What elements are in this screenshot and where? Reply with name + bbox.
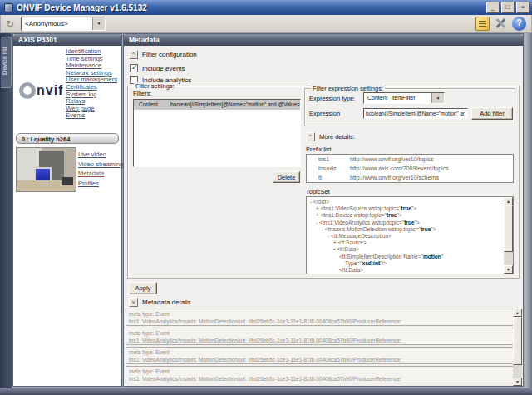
metadata-entry: meta type: Event tns1: VideoAnalytics/tn… bbox=[126, 347, 515, 364]
stream-links: Live video Video streaming Metadata Prof… bbox=[78, 150, 123, 188]
stream-link[interactable]: Live video bbox=[78, 150, 123, 160]
app-icon bbox=[4, 3, 13, 12]
more-details-toggle[interactable]: ^ More details: bbox=[306, 132, 355, 141]
help-about-icon[interactable]: ? bbox=[512, 17, 526, 31]
topicset-scrollbar[interactable]: ▲ ▼ bbox=[504, 197, 513, 274]
maximize-button[interactable]: □ bbox=[501, 2, 515, 13]
page-title: Metadata bbox=[124, 34, 523, 46]
topicset-line[interactable]: + <tns1:Device wstop:topic="true"> bbox=[308, 212, 503, 219]
metadata-panel: Metadata ^ Filter configuration Include … bbox=[123, 33, 524, 387]
account-selector[interactable]: <Anonymous> ▼ bbox=[21, 17, 106, 31]
device-list-tab[interactable]: Device list bbox=[1, 37, 12, 88]
account-selector-value: <Anonymous> bbox=[22, 17, 92, 30]
device-sidebar: AXIS P3301 Identification Time settings … bbox=[12, 33, 122, 387]
scroll-up-icon[interactable]: ▲ bbox=[504, 197, 513, 205]
topicset-line[interactable]: + <tns1:VideoSource wstop:topic="true"> bbox=[308, 205, 503, 212]
app-window: ONVIF Device Manager v1.6.5132 _ □ × ↻ <… bbox=[0, 0, 532, 395]
chevron-down-icon[interactable]: ▼ bbox=[431, 93, 444, 103]
device-title: AXIS P3301 bbox=[13, 34, 121, 46]
topicset-label: TopicSet bbox=[306, 188, 330, 195]
event-log-icon[interactable] bbox=[475, 17, 490, 31]
stream-link[interactable]: Profiles bbox=[78, 179, 123, 189]
prefix-list: tns1 http://www.onvif.org/ver10/topics t… bbox=[306, 154, 514, 183]
scroll-down-icon[interactable]: ▼ bbox=[513, 378, 522, 386]
stream-link[interactable]: Video streaming bbox=[78, 160, 123, 170]
stream-profile-header: 0 : i quality h264 bbox=[16, 133, 119, 144]
topicset-line[interactable]: - <tt:MessageDescription> bbox=[308, 233, 503, 239]
scrollbar-thumb[interactable] bbox=[513, 317, 522, 365]
add-filter-button[interactable]: Add filter bbox=[471, 107, 513, 120]
checkbox-box[interactable] bbox=[130, 64, 138, 72]
filter-settings-group: Filter settings: Filters: Content boolea… bbox=[127, 86, 520, 279]
bottom-frame bbox=[0, 388, 532, 395]
title-bar: ONVIF Device Manager v1.6.5132 _ □ × bbox=[0, 0, 532, 15]
metadata-details-toggle[interactable]: v Metadata details bbox=[129, 298, 191, 307]
topicset-line[interactable]: <tt:SimpleItemDescription Name="motion" bbox=[308, 254, 503, 260]
refresh-icon[interactable]: ↻ bbox=[6, 19, 14, 29]
topicset-line[interactable]: Type="xsd:int"/> bbox=[308, 260, 503, 267]
expression-input[interactable] bbox=[363, 108, 468, 119]
apply-button[interactable]: Apply bbox=[129, 282, 157, 294]
collapse-icon[interactable]: ^ bbox=[306, 132, 315, 141]
prefix-row: tnsaxis http://www.axis.com/2009/event/t… bbox=[307, 164, 513, 173]
delete-button[interactable]: Delete bbox=[273, 171, 300, 183]
include-checkbox[interactable]: Include events bbox=[130, 64, 185, 72]
filter-row[interactable]: Content boolean(//SimpleItem[@Name="moti… bbox=[134, 100, 300, 110]
collapse-icon[interactable]: ^ bbox=[129, 50, 138, 59]
metadata-entry: meta type: Event tns1: VideoAnalytics/tn… bbox=[126, 366, 515, 383]
expression-label: Expression bbox=[309, 110, 340, 117]
device-links: Identification Time settings Maintenance… bbox=[66, 48, 117, 120]
filters-list[interactable]: Content boolean(//SimpleItem[@Name="moti… bbox=[133, 99, 301, 167]
toolbar: ↻ <Anonymous> ▼ ? bbox=[1, 15, 531, 33]
scroll-down-icon[interactable]: ▼ bbox=[504, 265, 513, 274]
prefix-row: tns1 http://www.onvif.org/ver10/topics bbox=[307, 155, 513, 164]
metadata-scrollbar[interactable]: ▲ ▼ bbox=[513, 309, 522, 386]
minimize-button[interactable]: _ bbox=[486, 2, 500, 13]
chevron-down-icon[interactable]: ▼ bbox=[92, 17, 105, 30]
scroll-up-icon[interactable]: ▲ bbox=[513, 309, 522, 317]
filter-configuration-toggle[interactable]: ^ Filter configuration bbox=[129, 50, 197, 59]
close-button[interactable]: × bbox=[516, 2, 530, 13]
onvif-logo: nvif bbox=[19, 82, 63, 99]
onvif-logo-o bbox=[19, 82, 36, 99]
device-link[interactable]: Events bbox=[66, 112, 117, 120]
filter-expression-settings-group: Filter expression settings: Expression t… bbox=[304, 88, 515, 126]
topicset-line[interactable]: - <tns1:VideoAnalytics wstop:topic="true… bbox=[308, 220, 503, 226]
stream-link[interactable]: Metadata bbox=[78, 169, 123, 179]
window-title: ONVIF Device Manager v1.6.5132 bbox=[17, 3, 486, 12]
filters-label: Filters: bbox=[133, 90, 152, 97]
topicset-line[interactable]: - <tt:Data> bbox=[308, 246, 503, 253]
metadata-entry: meta type: Event tns1: VideoAnalytics/tn… bbox=[126, 328, 515, 345]
metadata-entry: meta type: Event tns1: VideoAnalytics/tn… bbox=[126, 309, 515, 326]
metadata-details-list: meta type: Event tns1: VideoAnalytics/tn… bbox=[126, 309, 515, 385]
expression-type-label: Expression type: bbox=[309, 95, 355, 102]
topicset-line[interactable]: + <tt:Source> bbox=[308, 239, 503, 246]
topicset-line[interactable]: </tt:Data> bbox=[308, 267, 503, 274]
topicset-line[interactable]: - <root> bbox=[308, 199, 503, 205]
topicset-tree: - <root> + <tns1:VideoSource wstop:topic… bbox=[306, 196, 514, 274]
scrollbar-thumb[interactable] bbox=[504, 205, 513, 252]
prefix-row: tt http://www.onvif.org/ver10/schema bbox=[307, 173, 513, 182]
topicset-line[interactable]: - <tnsaxis:MotionDetection wstop:topic="… bbox=[308, 226, 503, 233]
expression-type-select[interactable]: Content_ItemFilter ▼ bbox=[363, 92, 445, 104]
prefix-list-label: Prefix list bbox=[306, 146, 331, 153]
camera-thumbnail[interactable] bbox=[16, 147, 76, 192]
expand-icon[interactable]: v bbox=[129, 298, 138, 307]
right-frame bbox=[525, 33, 532, 388]
settings-tools-icon[interactable] bbox=[494, 17, 508, 31]
